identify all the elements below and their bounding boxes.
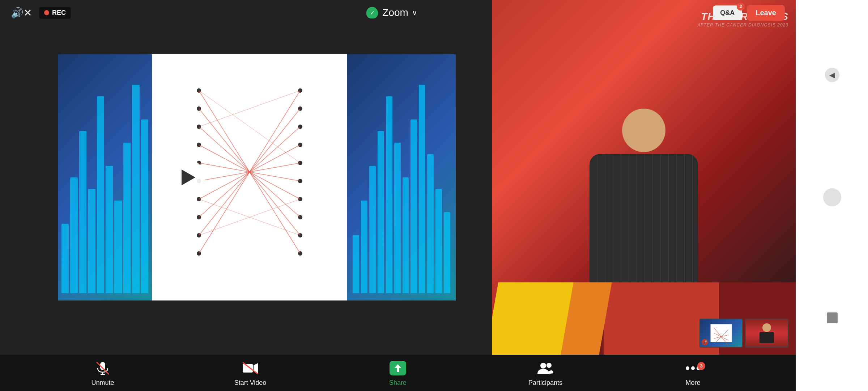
svg-marker-45 xyxy=(395,364,401,372)
bottom-toolbar: Unmute Start Video Share xyxy=(0,355,796,391)
shield-icon: ✓ xyxy=(366,7,378,18)
start-video-button[interactable]: Start Video xyxy=(221,360,279,387)
bar xyxy=(132,85,139,293)
qa-label: Q&A xyxy=(720,9,735,16)
unmute-label: Unmute xyxy=(91,379,114,387)
svg-line-37 xyxy=(714,329,728,344)
dot2 xyxy=(691,366,695,370)
svg-point-47 xyxy=(546,363,552,368)
sidebar-collapse-button[interactable]: ◀ xyxy=(825,68,839,82)
start-video-label: Start Video xyxy=(234,379,267,387)
video-layout: THE SURVIVORS AFTER THE CANCER DIAGNOSIS… xyxy=(0,0,796,355)
sidebar-circle-button[interactable] xyxy=(823,188,841,206)
top-center: ✓ Zoom ∨ xyxy=(366,7,417,18)
play-button[interactable] xyxy=(169,159,205,196)
video-content: 🔊✕ REC ✓ Zoom ∨ Q&A 2 Leave xyxy=(0,0,796,355)
bar xyxy=(369,166,376,293)
more-badge: 3 xyxy=(697,362,705,370)
qa-badge: 2 xyxy=(737,3,745,10)
more-label: More xyxy=(685,379,700,387)
participants-svg xyxy=(537,361,553,375)
shared-screen xyxy=(0,0,492,355)
mic-muted-icon xyxy=(94,360,111,377)
bar xyxy=(106,166,113,293)
rec-label: REC xyxy=(52,9,66,17)
thumb-slide-inner xyxy=(710,324,732,342)
bar xyxy=(88,189,95,293)
person-head xyxy=(622,109,665,152)
bar xyxy=(419,85,425,293)
dot1 xyxy=(686,366,689,370)
svg-line-31 xyxy=(199,91,300,127)
unmute-button[interactable]: Unmute xyxy=(74,360,132,387)
main-area: 🔊✕ REC ✓ Zoom ∨ Q&A 2 Leave xyxy=(0,0,796,391)
rec-dot xyxy=(44,10,49,15)
speaker-video: THE SURVIVORS AFTER THE CANCER DIAGNOSIS… xyxy=(492,0,796,355)
participants-label: Participants xyxy=(528,379,562,387)
rec-badge: REC xyxy=(39,7,71,19)
share-button[interactable]: Share xyxy=(369,360,427,387)
bar xyxy=(97,96,104,293)
top-left: 🔊✕ REC xyxy=(11,7,71,19)
bar xyxy=(410,119,417,293)
svg-rect-42 xyxy=(243,364,253,373)
video-svg xyxy=(242,362,259,375)
thumb-mic-badge: 🎤 xyxy=(702,339,708,345)
top-bar: 🔊✕ REC ✓ Zoom ∨ Q&A 2 Leave xyxy=(0,0,796,25)
thumbnail-slide[interactable]: 🎤 xyxy=(699,319,743,348)
slide-chart-bars-right xyxy=(347,54,456,300)
more-dots: 3 xyxy=(686,366,700,370)
bar xyxy=(444,212,450,293)
slide-visual xyxy=(58,54,456,300)
mic-svg xyxy=(95,361,110,376)
zoom-logo: Zoom ∨ xyxy=(382,7,417,18)
bar xyxy=(79,131,86,293)
audio-icon[interactable]: 🔊✕ xyxy=(11,7,32,19)
share-label: Share xyxy=(389,379,407,387)
share-icon-wrap xyxy=(390,361,406,375)
bar xyxy=(386,96,392,293)
participants-icon xyxy=(537,360,554,377)
thumb-mic-icon: 🎤 xyxy=(703,340,707,344)
top-right: Q&A 2 Leave xyxy=(713,5,785,21)
more-icon: 3 xyxy=(684,360,702,377)
bar xyxy=(378,131,384,293)
participants-button[interactable]: Participants xyxy=(516,360,574,387)
right-sidebar: ◀ xyxy=(796,0,868,391)
thumbnail-strip: 🎤 xyxy=(699,319,788,348)
sidebar-square-button[interactable] xyxy=(827,312,838,323)
bar xyxy=(353,235,359,293)
qa-button[interactable]: Q&A 2 xyxy=(713,5,742,20)
bar xyxy=(427,154,434,293)
slide-chart-bars-left xyxy=(58,54,152,300)
dropdown-arrow-icon[interactable]: ∨ xyxy=(412,8,417,17)
bar xyxy=(403,177,409,293)
bar xyxy=(361,201,367,293)
play-triangle-icon xyxy=(182,169,195,185)
thumb-person-bg xyxy=(746,319,788,347)
thumb-person-body xyxy=(760,332,774,343)
bar xyxy=(70,177,77,293)
share-icon xyxy=(389,360,407,377)
share-arrow-svg xyxy=(393,363,403,373)
more-button[interactable]: 3 More xyxy=(664,360,722,387)
thumbnail-person[interactable] xyxy=(745,319,788,348)
svg-line-30 xyxy=(199,91,300,163)
bar xyxy=(114,201,122,293)
thumb-network-lines xyxy=(712,326,730,348)
arrow-left-icon: ◀ xyxy=(829,71,835,79)
bar xyxy=(435,189,442,293)
bar xyxy=(394,143,401,293)
leave-button[interactable]: Leave xyxy=(747,5,785,21)
bar xyxy=(61,224,69,293)
person-body xyxy=(590,154,698,299)
bar xyxy=(123,143,131,293)
video-off-icon xyxy=(242,360,259,377)
svg-point-46 xyxy=(540,363,546,369)
thumb-person-head xyxy=(762,323,771,332)
zoom-label: Zoom xyxy=(382,7,408,18)
